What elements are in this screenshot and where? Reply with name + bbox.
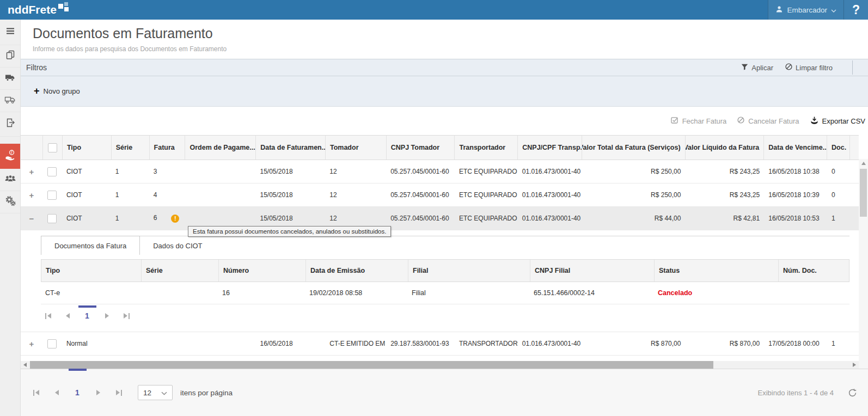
detail-column-cnpj-filial[interactable]: CNPJ Filial bbox=[530, 260, 654, 282]
people-icon bbox=[4, 173, 16, 186]
first-page-button[interactable] bbox=[41, 309, 55, 323]
page-size-select[interactable]: 12 bbox=[138, 385, 173, 400]
user-menu-button[interactable]: Embarcador bbox=[768, 0, 843, 20]
download-icon bbox=[810, 117, 818, 126]
first-page-button[interactable] bbox=[29, 386, 43, 400]
detail-row: CT-e 16 19/02/2018 08:58 Filial 65.151.4… bbox=[41, 282, 849, 304]
apply-filter-button[interactable]: Aplicar bbox=[741, 64, 773, 72]
detail-column-serie[interactable]: Série bbox=[141, 260, 218, 282]
pagination-summary: Exibindo itens 1 - 4 de 4 bbox=[758, 389, 834, 397]
close-invoice-label: Fechar Fatura bbox=[682, 117, 727, 125]
detail-cell-tipo: CT-e bbox=[41, 289, 140, 297]
clear-filter-button[interactable]: Limpar filtro bbox=[785, 63, 833, 72]
vertical-scrollbar[interactable] bbox=[859, 159, 868, 381]
expand-row-button[interactable] bbox=[27, 191, 36, 200]
detail-column-filial[interactable]: Filial bbox=[408, 260, 530, 282]
column-header-data-vencimento[interactable]: Data de Vencime... bbox=[763, 136, 827, 160]
sidebar-menu-toggle[interactable] bbox=[0, 20, 20, 45]
sidebar-item-transport[interactable] bbox=[0, 68, 20, 90]
select-all-checkbox[interactable] bbox=[48, 143, 57, 152]
column-header-valor-liquido[interactable]: Valor Líquido da Fatura bbox=[685, 136, 764, 160]
scroll-right-arrow[interactable] bbox=[850, 361, 859, 369]
last-page-button[interactable] bbox=[112, 386, 126, 400]
column-header-cnpj-tomador[interactable]: CNPJ Tomador bbox=[386, 136, 455, 160]
warning-icon[interactable] bbox=[171, 215, 179, 223]
detail-column-status[interactable]: Status bbox=[654, 260, 778, 282]
next-page-button[interactable] bbox=[91, 386, 105, 400]
column-header-tomador[interactable]: Tomador bbox=[325, 136, 386, 160]
detail-column-num-doc[interactable]: Núm. Doc. bbox=[778, 260, 849, 282]
horizontal-scrollbar[interactable] bbox=[21, 361, 859, 369]
gears-icon bbox=[4, 195, 16, 209]
cell-cnpj-transportador: 01.016.473/0001-40 bbox=[518, 340, 582, 347]
row-checkbox[interactable] bbox=[47, 339, 57, 348]
column-header-serie[interactable]: Série bbox=[111, 136, 149, 160]
pagination-bar: 1 12 itens por página Exibindo itens 1 -… bbox=[21, 369, 868, 416]
scroll-left-arrow[interactable] bbox=[21, 361, 29, 369]
detail-column-data-emissao[interactable]: Data de Emissão bbox=[305, 260, 408, 282]
document-export-icon bbox=[5, 118, 16, 131]
cell-tomador: CT-E EMITIDO EM ... bbox=[325, 340, 386, 347]
row-detail-panel: Documentos da Fatura Dados do CIOT Tipo … bbox=[41, 236, 849, 326]
detail-column-numero[interactable]: Número bbox=[218, 260, 305, 282]
export-csv-button[interactable]: Exportar CSV bbox=[810, 117, 865, 126]
refresh-button[interactable] bbox=[848, 388, 857, 397]
column-header-data-faturamento[interactable]: Data de Faturamen... bbox=[255, 136, 325, 160]
help-button[interactable]: ? bbox=[843, 0, 868, 20]
column-header-tipo[interactable]: Tipo bbox=[62, 136, 111, 160]
column-header-ordem[interactable]: Ordem de Pagame... bbox=[185, 136, 255, 160]
sidebar-divider bbox=[0, 137, 20, 144]
next-page-button[interactable] bbox=[100, 309, 114, 323]
cell-tipo: CIOT bbox=[62, 215, 111, 222]
expand-row-button[interactable] bbox=[27, 167, 36, 176]
cell-fatura: 6 bbox=[149, 214, 185, 222]
sidebar-item-users[interactable] bbox=[0, 169, 20, 191]
cancel-invoice-button[interactable]: Cancelar Fatura bbox=[737, 117, 799, 125]
tab-documentos-da-fatura[interactable]: Documentos da Fatura bbox=[41, 236, 140, 255]
new-group-button[interactable]: Novo grupo bbox=[34, 87, 80, 96]
cell-doc: 0 bbox=[827, 191, 850, 199]
page-size-value: 12 bbox=[143, 389, 151, 397]
cancel-invoice-label: Cancelar Fatura bbox=[748, 117, 799, 125]
table-row: CIOT 1 4 15/05/2018 12 05.257.045/0001-6… bbox=[21, 183, 859, 207]
close-invoice-button[interactable]: Fechar Fatura bbox=[671, 117, 727, 125]
expand-row-button[interactable] bbox=[27, 339, 36, 348]
top-bar: nddFrete Embarcador ? bbox=[0, 0, 868, 20]
column-header-cnpj-transportador[interactable]: CNPJ/CPF Transp... bbox=[517, 136, 582, 160]
apply-filter-label: Aplicar bbox=[751, 64, 773, 72]
cell-data-vencimento: 17/05/2018 00:00 bbox=[764, 340, 827, 347]
filters-body: Novo grupo bbox=[21, 76, 868, 107]
funnel-icon bbox=[741, 64, 748, 72]
horizontal-scroll-thumb[interactable] bbox=[30, 361, 713, 369]
column-header-fatura[interactable]: Fatura bbox=[149, 136, 185, 160]
last-page-button[interactable] bbox=[119, 309, 133, 323]
row-checkbox[interactable] bbox=[47, 191, 57, 200]
page-number[interactable]: 1 bbox=[80, 309, 94, 323]
slash-circle-icon bbox=[785, 63, 792, 72]
sidebar-item-billing[interactable] bbox=[0, 144, 20, 169]
prev-page-button[interactable] bbox=[50, 386, 64, 400]
collapse-row-button[interactable] bbox=[27, 214, 36, 223]
page-number[interactable]: 1 bbox=[70, 386, 84, 400]
detail-pager: 1 bbox=[41, 305, 849, 326]
row-checkbox[interactable] bbox=[47, 167, 57, 176]
row-checkbox[interactable] bbox=[47, 214, 57, 223]
sidebar-item-settings[interactable] bbox=[0, 191, 20, 213]
cell-serie: 1 bbox=[111, 191, 149, 199]
tab-dados-do-ciot[interactable]: Dados do CIOT bbox=[140, 236, 215, 255]
sidebar-item-export[interactable] bbox=[0, 112, 20, 137]
invoices-grid: Tipo Série Fatura Ordem de Pagame... Dat… bbox=[21, 135, 859, 356]
cell-cnpj-transportador: 01.016.473/0001-40 bbox=[518, 215, 582, 222]
cell-valor-total: R$ 870,00 bbox=[582, 340, 686, 347]
delivery-truck-icon bbox=[4, 94, 17, 107]
column-header-transportador[interactable]: Transportador bbox=[454, 136, 517, 160]
sidebar-item-documents[interactable] bbox=[0, 45, 20, 68]
column-header-valor-total[interactable]: Valor Total da Fatura (Serviços) bbox=[582, 136, 685, 160]
prev-page-button[interactable] bbox=[60, 309, 75, 323]
sidebar-item-delivery[interactable] bbox=[0, 90, 20, 112]
scroll-up-arrow[interactable] bbox=[859, 159, 868, 168]
filters-panel-edge bbox=[852, 60, 853, 75]
column-header-doc[interactable]: Doc. bbox=[827, 136, 849, 160]
vertical-scroll-thumb[interactable] bbox=[860, 169, 867, 217]
detail-column-tipo[interactable]: Tipo bbox=[41, 260, 141, 282]
